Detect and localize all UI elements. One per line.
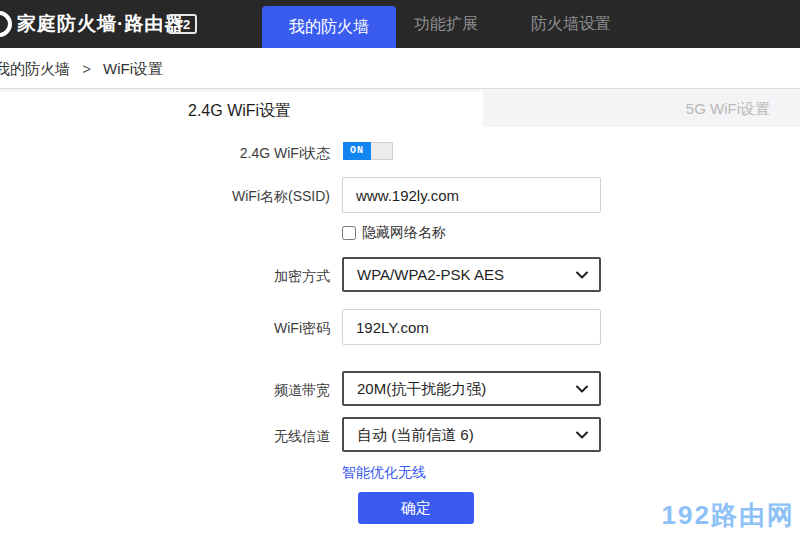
bandwidth-select[interactable]: 20M(抗干扰能力强): [342, 371, 601, 406]
channel-select-value: 自动 (当前信道 6): [357, 426, 474, 443]
encryption-select-value: WPA/WPA2-PSK AES: [357, 266, 504, 283]
breadcrumb-separator: >: [82, 60, 91, 77]
encryption-label: 加密方式: [130, 268, 330, 286]
ssid-label: WiFi名称(SSID): [130, 188, 330, 206]
brand-title: 家庭防火墙·路由器: [17, 0, 184, 48]
nav-tab-firewall-settings[interactable]: 防火墙设置: [513, 0, 629, 48]
bandwidth-label: 频道带宽: [130, 382, 330, 400]
toggle-on-segment: ON: [343, 142, 371, 160]
wifi-password-input[interactable]: [342, 309, 601, 345]
hide-network-label[interactable]: 隐藏网络名称: [362, 224, 446, 242]
ssid-input[interactable]: [342, 177, 601, 213]
tab-24g-wifi[interactable]: 2.4G WiFi设置: [188, 101, 291, 122]
hide-network-checkbox[interactable]: [342, 226, 356, 240]
wifi-status-label: 2.4G WiFi状态: [130, 145, 330, 163]
breadcrumb-bar: 我的防火墙 > WiFi设置: [0, 48, 800, 89]
breadcrumb-current: WiFi设置: [103, 60, 163, 77]
top-header-bar: 家庭防火墙·路由器 T2 我的防火墙 功能扩展 防火墙设置: [0, 0, 800, 48]
tab-5g-wifi[interactable]: 5G WiFi设置: [483, 91, 800, 127]
password-label: WiFi密码: [130, 320, 330, 338]
site-watermark: 192路由网: [662, 498, 795, 533]
bandwidth-select-value: 20M(抗干扰能力强): [357, 380, 486, 397]
nav-tab-my-firewall[interactable]: 我的防火墙: [262, 6, 396, 48]
toggle-knob: [371, 142, 393, 160]
main-nav: 我的防火墙 功能扩展 防火墙设置: [262, 0, 629, 48]
tab-5g-wifi-label: 5G WiFi设置: [686, 100, 770, 119]
chevron-down-icon: [575, 428, 589, 442]
chevron-down-icon: [575, 268, 589, 282]
hide-network-row: 隐藏网络名称: [342, 224, 446, 242]
chevron-down-icon: [575, 382, 589, 396]
wifi-status-toggle[interactable]: ON: [343, 142, 393, 160]
encryption-select[interactable]: WPA/WPA2-PSK AES: [342, 257, 601, 292]
breadcrumb: 我的防火墙 > WiFi设置: [0, 48, 163, 89]
nav-tab-extensions[interactable]: 功能扩展: [396, 0, 496, 48]
smart-optimize-link[interactable]: 智能优化无线: [342, 464, 426, 482]
channel-label: 无线信道: [130, 428, 330, 446]
brand-logo-icon: [0, 11, 12, 37]
wifi-settings-page: 家庭防火墙·路由器 T2 我的防火墙 功能扩展 防火墙设置 我的防火墙 > Wi…: [0, 0, 800, 533]
model-badge: T2: [168, 14, 197, 34]
confirm-button[interactable]: 确定: [358, 492, 474, 524]
breadcrumb-parent[interactable]: 我的防火墙: [0, 60, 70, 77]
channel-select[interactable]: 自动 (当前信道 6): [342, 417, 601, 452]
